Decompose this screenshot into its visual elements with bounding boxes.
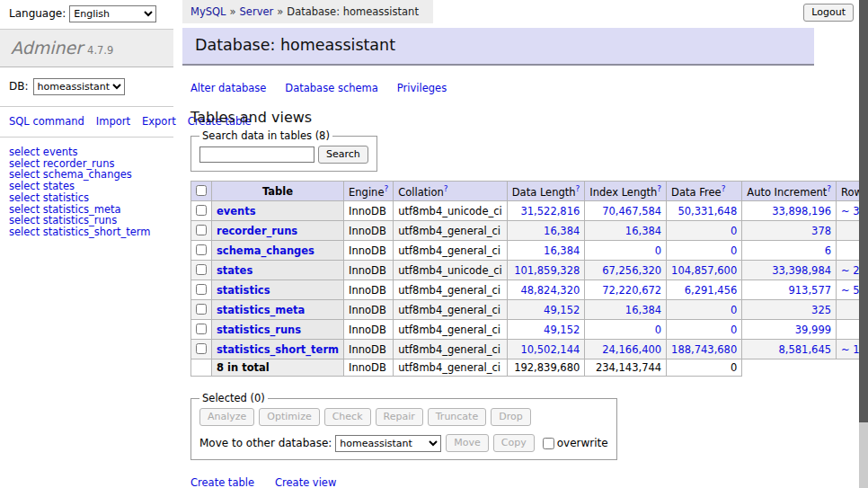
scrollbar-thumb[interactable] <box>859 0 868 422</box>
language-select[interactable]: English <box>69 5 156 22</box>
breadcrumb-separator: » <box>277 5 283 18</box>
index-length-cell-link[interactable]: 0 <box>655 324 661 336</box>
data-length-cell: 101,859,328 <box>507 261 585 280</box>
collation-cell: utf8mb4_general_ci <box>394 221 508 241</box>
check-button[interactable]: Check <box>324 408 371 426</box>
sidebar-select-select-statistics-short-term[interactable]: select statistics_short_term <box>9 226 164 238</box>
breadcrumb-server-link[interactable]: Server <box>240 5 274 18</box>
breadcrumb-mysql-link[interactable]: MySQL <box>190 5 226 18</box>
vertical-scrollbar[interactable] <box>859 0 868 488</box>
auto-increment-cell-link[interactable]: 6 <box>825 244 831 257</box>
truncate-button[interactable]: Truncate <box>428 408 486 426</box>
column-header-engine: Engine? <box>344 182 394 201</box>
data-length-cell-link[interactable]: 31,522,816 <box>520 205 580 217</box>
column-header-data-free: Data Free? <box>667 182 742 201</box>
help-icon[interactable]: ? <box>576 184 580 193</box>
help-icon[interactable]: ? <box>657 184 661 193</box>
row-checkbox[interactable] <box>196 304 207 315</box>
table-link-statistics-runs[interactable]: statistics_runs <box>217 324 301 336</box>
sidebar-action-sql-command[interactable]: SQL command <box>9 115 84 128</box>
row-checkbox[interactable] <box>196 244 207 255</box>
table-link-recorder-runs[interactable]: recorder_runs <box>217 225 297 237</box>
index-length-cell-link[interactable]: 67,256,320 <box>602 264 661 277</box>
drop-button[interactable]: Drop <box>491 408 530 426</box>
index-length-cell-link[interactable]: 16,384 <box>625 304 661 316</box>
data-free-cell-link[interactable]: 104,857,600 <box>671 264 737 277</box>
help-sup: ? <box>827 183 831 193</box>
row-checkbox[interactable] <box>196 225 207 235</box>
row-checkbox[interactable] <box>196 343 207 354</box>
create-link-create-view[interactable]: Create view <box>275 476 336 488</box>
column-header-auto-increment: Auto Increment? <box>742 182 837 201</box>
index-length-cell-link[interactable]: 0 <box>655 244 661 257</box>
table-link-schema-changes[interactable]: schema_changes <box>217 244 314 257</box>
data-length-cell-link[interactable]: 101,859,328 <box>514 264 580 277</box>
data-length-cell-link[interactable]: 49,152 <box>544 304 580 316</box>
data-free-cell-link[interactable]: 0 <box>731 304 737 316</box>
logout-button[interactable]: Logout <box>803 4 854 22</box>
repair-button[interactable]: Repair <box>376 408 423 426</box>
auto-increment-cell-link[interactable]: 325 <box>811 304 831 316</box>
db-link-privileges[interactable]: Privileges <box>397 82 447 94</box>
row-checkbox[interactable] <box>196 324 207 334</box>
sidebar-select-select-states[interactable]: select states <box>9 181 164 192</box>
table-row: eventsInnoDButf8mb4_unicode_ci31,522,816… <box>191 201 868 221</box>
collation-cell: utf8mb4_general_ci <box>394 300 508 320</box>
optimize-button[interactable]: Optimize <box>259 408 319 426</box>
data-length-cell-link[interactable]: 49,152 <box>544 324 580 336</box>
index-length-cell: 0 <box>585 320 667 340</box>
help-icon[interactable]: ? <box>384 184 388 193</box>
index-length-cell: 70,467,584 <box>585 201 667 221</box>
auto-increment-cell-link[interactable]: 33,398,984 <box>772 264 831 277</box>
sidebar-select-select-events[interactable]: select events <box>9 146 164 158</box>
auto-increment-cell-link[interactable]: 39,999 <box>795 324 831 336</box>
data-length-cell-link[interactable]: 16,384 <box>544 244 580 257</box>
db-select[interactable]: homeassistant <box>33 78 125 95</box>
auto-increment-cell-link[interactable]: 913,577 <box>788 284 831 297</box>
help-icon[interactable]: ? <box>444 184 448 193</box>
index-length-cell-link[interactable]: 24,166,400 <box>602 343 661 356</box>
auto-increment-cell-link[interactable]: 8,581,645 <box>779 343 832 356</box>
index-length-cell-link[interactable]: 70,467,584 <box>602 205 661 217</box>
index-length-cell-link[interactable]: 72,220,672 <box>602 284 661 297</box>
create-link-create-table[interactable]: Create table <box>190 476 254 488</box>
sidebar-action-import[interactable]: Import <box>96 115 130 128</box>
table-link-statistics-meta[interactable]: statistics_meta <box>217 304 305 316</box>
table-link-events[interactable]: events <box>217 205 256 217</box>
help-icon[interactable]: ? <box>827 184 831 193</box>
sidebar-select-select-statistics[interactable]: select statistics <box>9 192 164 204</box>
auto-increment-cell-link[interactable]: 378 <box>811 225 831 237</box>
analyze-button[interactable]: Analyze <box>199 408 254 426</box>
data-free-cell-link[interactable]: 0 <box>731 324 737 336</box>
select-all-checkbox[interactable] <box>196 185 207 196</box>
db-link-database-schema[interactable]: Database schema <box>285 82 377 94</box>
table-name-cell: recorder_runs <box>212 221 344 241</box>
search-input[interactable] <box>199 146 314 163</box>
db-link-alter-database[interactable]: Alter database <box>190 82 266 94</box>
data-free-cell-link[interactable]: 0 <box>731 225 737 237</box>
move-button[interactable]: Move <box>446 434 489 452</box>
search-button[interactable]: Search <box>318 146 368 164</box>
adminer-logo: Adminer4.7.9 <box>0 30 173 67</box>
move-db-select[interactable]: homeassistant <box>335 435 441 452</box>
row-checkbox[interactable] <box>196 284 207 295</box>
help-icon[interactable]: ? <box>722 184 726 193</box>
search-legend: Search data in tables (8) <box>199 129 332 142</box>
copy-button[interactable]: Copy <box>493 434 535 452</box>
data-length-cell-link[interactable]: 10,502,144 <box>520 343 580 356</box>
auto-increment-cell-link[interactable]: 33,898,196 <box>772 205 831 217</box>
data-free-cell-link[interactable]: 6,291,456 <box>685 284 738 297</box>
table-link-statistics[interactable]: statistics <box>217 284 270 297</box>
sidebar-action-export[interactable]: Export <box>142 115 176 128</box>
data-free-cell-link[interactable]: 50,331,648 <box>678 205 737 217</box>
table-link-statistics-short-term[interactable]: statistics_short_term <box>217 343 339 356</box>
row-checkbox[interactable] <box>196 205 207 216</box>
data-length-cell-link[interactable]: 16,384 <box>544 225 580 237</box>
data-free-cell-link[interactable]: 0 <box>731 244 737 257</box>
row-checkbox[interactable] <box>196 264 207 275</box>
data-free-cell-link[interactable]: 188,743,680 <box>671 343 737 356</box>
index-length-cell-link[interactable]: 16,384 <box>625 225 661 237</box>
table-link-states[interactable]: states <box>217 264 252 277</box>
overwrite-checkbox[interactable] <box>543 438 554 449</box>
data-length-cell-link[interactable]: 48,824,320 <box>520 284 580 297</box>
